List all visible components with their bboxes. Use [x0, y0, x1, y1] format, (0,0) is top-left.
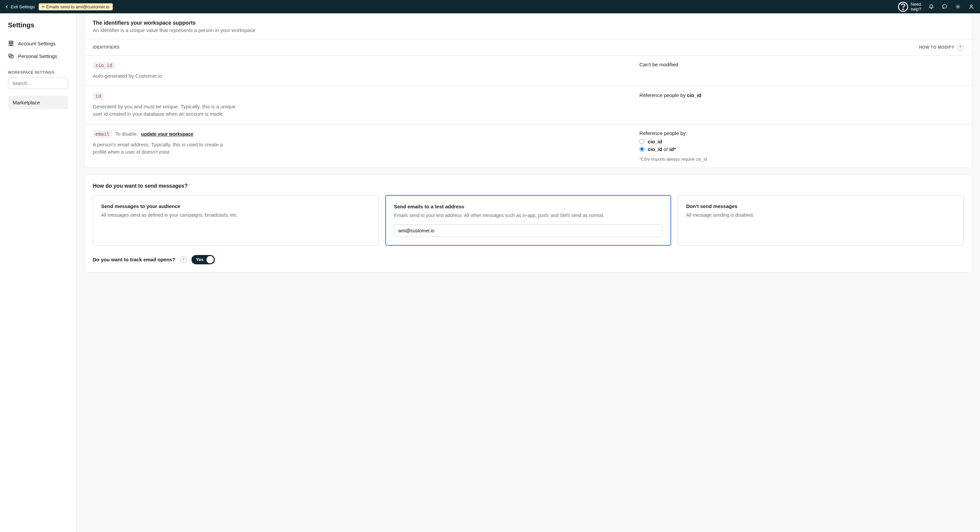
- sidebar: Settings Account Settings Personal Setti…: [0, 13, 76, 532]
- help-icon: [897, 1, 909, 13]
- chat-icon: [942, 4, 948, 10]
- identifier-row-email: email To disable, update your workspace …: [85, 124, 972, 168]
- track-opens-label: Do you want to track email opens?: [93, 257, 175, 262]
- sidebar-item-label: Personal Settings: [18, 53, 57, 59]
- option-send-audience[interactable]: Send messages to your audience All messa…: [93, 195, 379, 246]
- send-messages-card: How do you want to send messages? Send m…: [84, 175, 972, 273]
- building-icon: [8, 40, 14, 46]
- option-send-test[interactable]: Send emails to a test address Emails sen…: [385, 195, 671, 246]
- col-header-modify: HOW TO MODIFY: [919, 45, 954, 50]
- toggle-value: Yes: [193, 257, 204, 262]
- toggle-knob-icon: [207, 256, 214, 263]
- id-card-icon: [8, 53, 14, 59]
- update-workspace-link[interactable]: update your workspace: [141, 131, 193, 137]
- radio-cio-id-or-id[interactable]: cio_id or id*: [640, 146, 746, 152]
- sidebar-item-account[interactable]: Account Settings: [8, 37, 68, 50]
- need-help-link[interactable]: Need help?: [897, 1, 922, 13]
- main-content: The identifiers your workspace supports …: [76, 13, 980, 532]
- send-mode-badge: Emails send to ami@customer.io: [39, 3, 113, 10]
- modify-text: Can't be modified: [640, 62, 746, 67]
- topbar: Exit Settings Emails send to ami@custome…: [0, 0, 980, 13]
- badge-dot-icon: [42, 6, 44, 8]
- modify-help-button[interactable]: ?: [957, 44, 964, 51]
- option-desc: All messages send as defined in your cam…: [101, 212, 370, 219]
- profile-button[interactable]: [968, 3, 975, 10]
- radio-input[interactable]: [640, 147, 644, 152]
- identifier-tag: id: [93, 92, 104, 100]
- option-dont-send[interactable]: Don't send messages All message sending …: [678, 195, 964, 246]
- col-header-identifiers: IDENTIFIERS: [93, 45, 119, 50]
- csv-footnote: *CSV imports always require cio_id: [640, 157, 746, 162]
- sidebar-item-personal[interactable]: Personal Settings: [8, 50, 68, 62]
- chat-button[interactable]: [941, 3, 948, 10]
- option-title: Don't send messages: [686, 203, 955, 209]
- option-title: Send emails to a test address: [394, 204, 662, 209]
- search-input[interactable]: [8, 78, 68, 89]
- identifier-tag: cio_id: [93, 62, 115, 69]
- test-email-input[interactable]: [394, 224, 662, 237]
- bell-icon: [928, 4, 934, 10]
- workspace-section-label: WORKSPACE SETTINGS: [8, 70, 68, 74]
- disable-pretext: To disable,: [115, 131, 138, 137]
- identifier-desc: Auto-generated by Customer.io: [93, 72, 236, 80]
- option-desc: All message sending is disabled.: [686, 212, 955, 219]
- chevron-left-icon: [5, 5, 9, 8]
- svg-rect-6: [12, 42, 12, 43]
- track-opens-toggle[interactable]: Yes: [191, 255, 215, 264]
- svg-point-3: [970, 5, 972, 7]
- radio-label: cio_id: [648, 139, 662, 145]
- svg-point-1: [903, 9, 903, 10]
- exit-label: Exit Settings: [11, 4, 35, 10]
- reference-label: Reference people by:: [640, 130, 746, 136]
- identifier-tag: email: [93, 130, 112, 138]
- identifiers-subtitle: An identifier is a unique value that rep…: [93, 27, 964, 33]
- notifications-button[interactable]: [928, 3, 935, 10]
- identifier-desc: Generated by you and must be unique. Typ…: [93, 103, 236, 118]
- radio-input[interactable]: [640, 139, 644, 144]
- sidebar-item-label: Marketplace: [13, 100, 40, 105]
- option-desc: Emails send to your test address. All ot…: [394, 212, 662, 219]
- user-icon: [968, 4, 974, 10]
- track-help-button[interactable]: ?: [180, 256, 187, 263]
- radio-label: cio_id or id*: [648, 146, 676, 152]
- option-title: Send messages to your audience: [101, 203, 370, 209]
- svg-point-2: [957, 6, 959, 8]
- svg-rect-4: [9, 41, 13, 46]
- svg-rect-9: [11, 44, 11, 46]
- identifiers-title: The identifiers your workspace supports: [93, 20, 964, 26]
- radio-cio-id[interactable]: cio_id: [640, 139, 746, 145]
- identifiers-card: The identifiers your workspace supports …: [84, 13, 972, 168]
- svg-rect-8: [12, 43, 12, 44]
- badge-text: Emails send to ami@customer.io: [46, 4, 110, 10]
- svg-rect-7: [10, 43, 11, 44]
- identifier-row-cio-id: cio_id Auto-generated by Customer.io Can…: [85, 56, 972, 86]
- sidebar-item-label: Account Settings: [18, 41, 56, 46]
- svg-rect-5: [10, 42, 11, 43]
- send-title: How do you want to send messages?: [93, 183, 964, 189]
- settings-button[interactable]: [955, 3, 961, 10]
- identifier-desc: A person's email address. Typically, thi…: [93, 141, 236, 156]
- modify-text: Reference people by cio_id: [640, 92, 746, 98]
- identifier-row-id: id Generated by you and must be unique. …: [85, 86, 972, 124]
- page-title: Settings: [8, 21, 68, 29]
- gear-icon: [955, 4, 961, 10]
- sidebar-item-marketplace[interactable]: Marketplace: [8, 96, 68, 110]
- help-label: Need help?: [911, 2, 921, 12]
- exit-settings-link[interactable]: Exit Settings: [5, 4, 35, 10]
